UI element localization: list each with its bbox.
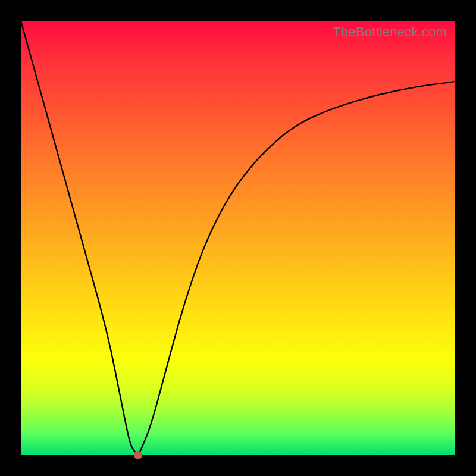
optimum-marker <box>134 451 142 459</box>
plot-area: TheBottleneck.com <box>21 21 455 455</box>
curve-path <box>21 21 455 454</box>
bottleneck-curve <box>21 21 455 455</box>
chart-frame: TheBottleneck.com <box>0 0 476 476</box>
